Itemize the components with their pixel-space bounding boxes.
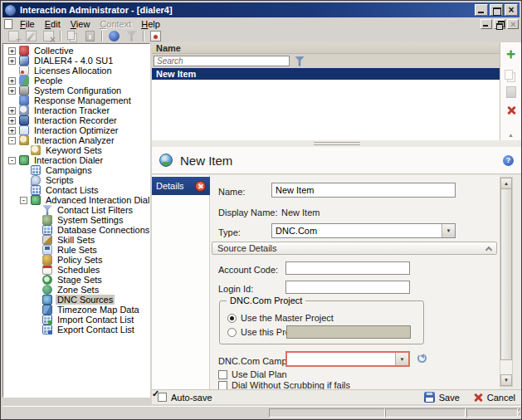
help-icon[interactable]: ?	[503, 155, 514, 166]
tree-item-advanced-interaction-dialer[interactable]: -Advanced Interaction Dialer	[3, 195, 149, 205]
title-bar[interactable]: Interaction Administrator - [dialer4]	[2, 2, 520, 17]
dnc-sources-icon	[42, 295, 52, 305]
collapse-icon[interactable]: -	[20, 197, 27, 204]
close-button[interactable]	[505, 4, 518, 16]
expand-icon[interactable]: +	[8, 47, 16, 55]
expand-icon[interactable]: +	[8, 117, 16, 125]
use-master-project-radio[interactable]	[227, 314, 237, 323]
tree-item-stage-sets[interactable]: Stage Sets	[3, 275, 149, 285]
use-dial-plan-checkbox[interactable]	[218, 370, 227, 379]
menu-help[interactable]: Help	[136, 18, 165, 30]
scroll-down-icon[interactable]	[500, 374, 512, 386]
tree-item-interaction-tracker[interactable]: +Interaction Tracker	[3, 105, 149, 115]
export-contact-list-icon	[42, 325, 52, 335]
type-value: DNC.Com	[272, 224, 442, 237]
dnc-com-campaign-dropdown[interactable]	[285, 351, 410, 367]
tree-item-system-configuration[interactable]: +System Configuration	[3, 85, 149, 95]
toolbar	[2, 29, 520, 42]
mdi-document-icon[interactable]	[4, 19, 12, 29]
tree-item-dialer4-4-0-su1[interactable]: +DIALER4 - 4.0 SU1	[3, 56, 149, 66]
tree-item-timezone-map-data[interactable]: Timezone Map Data	[3, 305, 149, 315]
auto-save-checkbox[interactable]	[158, 393, 167, 402]
delete-icon[interactable]	[505, 104, 518, 117]
source-details-collapse-icon[interactable]	[485, 246, 492, 252]
tree-item-interaction-recorder[interactable]: +Interaction Recorder	[3, 115, 149, 125]
save-label: Save	[439, 393, 460, 403]
copy-icon	[67, 31, 75, 40]
horizontal-splitter[interactable]	[152, 140, 521, 147]
mdi-restore-button[interactable]	[494, 19, 505, 29]
collapse-icon[interactable]: -	[8, 137, 16, 144]
section-source-details[interactable]: Source Details	[212, 242, 497, 255]
tab-details[interactable]: Details	[152, 177, 210, 195]
use-this-project-radio[interactable]	[227, 328, 237, 337]
refresh-icon[interactable]	[417, 354, 427, 363]
splitter-grip[interactable]	[314, 142, 360, 145]
tree-item-response-management[interactable]: Response Management	[3, 95, 149, 105]
tree-item-rule-sets[interactable]: Rule Sets	[3, 245, 149, 255]
expand-icon[interactable]: +	[8, 107, 16, 115]
user-directory-button[interactable]	[105, 29, 123, 42]
tree-item-licenses-allocation[interactable]: Licenses Allocation	[3, 66, 149, 76]
menu-file[interactable]: File	[15, 18, 40, 30]
minimize-button[interactable]	[475, 4, 488, 16]
tree-item-dnc-sources[interactable]: DNC Sources	[3, 295, 149, 305]
user-directory-icon	[109, 31, 120, 42]
tree-item-keyword-sets[interactable]: Keyword Sets	[3, 145, 149, 155]
menu-items: FileEditViewContextHelp	[15, 18, 165, 30]
menu-edit[interactable]: Edit	[40, 18, 66, 30]
type-dropdown[interactable]: DNC.Com	[271, 223, 456, 238]
tree-item-interaction-optimizer[interactable]: +Interaction Optimizer	[3, 125, 149, 135]
tree-item-import-contact-list[interactable]: Import Contact List	[3, 315, 149, 325]
tree-item-database-connections[interactable]: Database Connections	[3, 225, 149, 235]
tree-item-campaigns[interactable]: Campaigns	[3, 165, 149, 175]
expand-icon[interactable]: +	[8, 57, 16, 65]
expand-icon[interactable]: +	[8, 87, 16, 95]
save-icon	[424, 392, 435, 403]
recorder-icon	[19, 115, 29, 125]
scrollbar-thumb[interactable]	[500, 189, 512, 360]
account-code-field[interactable]	[285, 261, 410, 275]
cancel-button[interactable]: Cancel	[473, 393, 515, 403]
list-column-header[interactable]: Name	[152, 42, 500, 54]
name-field[interactable]	[271, 183, 456, 198]
type-dropdown-icon[interactable]	[442, 224, 455, 237]
tree-item-label: System Configuration	[32, 85, 123, 95]
tree-item-label: Scripts	[44, 175, 76, 185]
tree-item-interaction-analyzer[interactable]: -Interaction Analyzer	[3, 135, 149, 145]
add-icon[interactable]	[505, 47, 518, 61]
tree-item-contact-lists[interactable]: Contact Lists	[3, 185, 149, 195]
detail-scrollbar[interactable]	[500, 177, 513, 387]
tree-item-people[interactable]: +People	[3, 76, 149, 85]
menu-view[interactable]: View	[66, 18, 95, 30]
license-button[interactable]	[147, 29, 164, 42]
tree-item-collective[interactable]: +Collective	[3, 46, 149, 56]
campaign-dropdown-icon[interactable]	[395, 353, 408, 365]
display-name-label: Display Name:	[218, 208, 278, 217]
tree-item-contact-list-filters[interactable]: Contact List Filters	[3, 205, 149, 215]
collapse-icon[interactable]: -	[8, 157, 16, 164]
search-filter-icon[interactable]	[295, 56, 305, 66]
tree-item-interaction-dialer[interactable]: -Interaction Dialer	[3, 155, 149, 165]
close-details-icon[interactable]	[195, 181, 206, 192]
license-icon	[150, 31, 161, 42]
tree-item-zone-sets[interactable]: Zone Sets	[3, 285, 149, 295]
tree-item-system-settings[interactable]: System Settings	[3, 215, 149, 225]
scroll-up-icon[interactable]	[500, 178, 512, 189]
strip-scroll-up-icon[interactable]	[500, 129, 521, 139]
expand-icon[interactable]: +	[8, 77, 16, 85]
search-input[interactable]	[154, 56, 290, 66]
mdi-minimize-button[interactable]	[481, 19, 492, 29]
tree-item-scripts[interactable]: Scripts	[3, 175, 149, 185]
navigation-tree[interactable]: +Collective+DIALER4 - 4.0 SU1Licenses Al…	[2, 43, 150, 398]
login-id-field[interactable]	[285, 281, 410, 294]
save-button[interactable]: Save	[424, 392, 460, 403]
list-item-new-item[interactable]: New Item	[152, 68, 500, 80]
tree-item-skill-sets[interactable]: Skill Sets	[3, 235, 149, 245]
tree-item-policy-sets[interactable]: Policy Sets	[3, 255, 149, 265]
use-dial-plan-label: Use Dial Plan	[232, 369, 287, 379]
maximize-button[interactable]	[490, 4, 503, 16]
tree-item-export-contact-list[interactable]: Export Contact List	[3, 325, 149, 335]
expand-icon[interactable]: +	[8, 127, 16, 134]
tree-item-schedules[interactable]: Schedules	[3, 265, 149, 275]
